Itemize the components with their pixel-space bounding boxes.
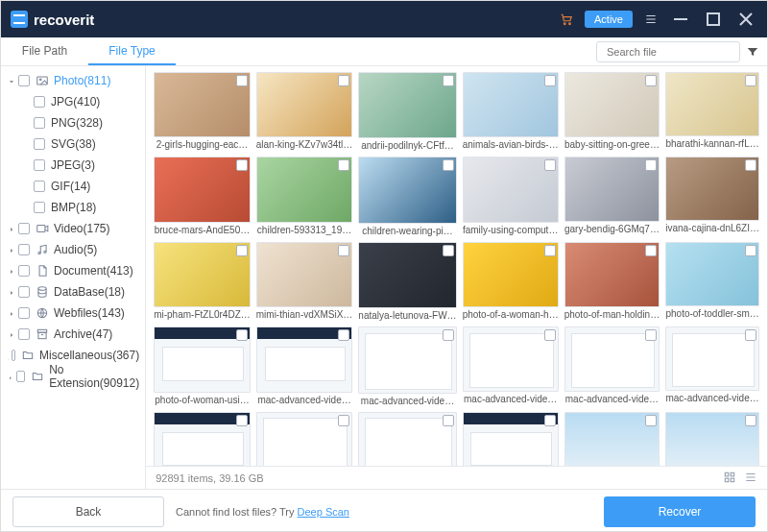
back-button[interactable]: Back — [12, 496, 164, 527]
thumbnail[interactable] — [154, 72, 251, 137]
file-tile[interactable]: alan-king-KZv7w34tl… — [256, 72, 353, 151]
tree-photo[interactable]: Photo(811) — [1, 70, 145, 91]
thumbnail[interactable] — [665, 326, 759, 391]
file-tile[interactable]: mac-advanced-vide… — [665, 326, 759, 405]
thumbnail[interactable] — [665, 72, 759, 136]
thumbnail[interactable] — [154, 157, 251, 222]
checkbox[interactable] — [18, 328, 30, 340]
checkbox[interactable] — [34, 159, 45, 171]
file-tile[interactable] — [665, 412, 759, 466]
file-tile[interactable]: natalya-letunova-FW… — [358, 242, 456, 321]
checkbox[interactable] — [443, 329, 454, 341]
thumbnail[interactable] — [665, 157, 759, 221]
tree-bmp[interactable]: BMP(18) — [1, 197, 145, 218]
thumbnail[interactable] — [358, 326, 456, 393]
file-tile[interactable]: mi-pham-FtZL0r4DZ… — [154, 242, 251, 321]
file-tile[interactable] — [358, 412, 456, 466]
deep-scan-link[interactable]: Deep Scan — [298, 506, 349, 518]
file-tile[interactable]: photo-of-man-holdin… — [564, 242, 660, 321]
close-button[interactable] — [734, 8, 757, 31]
checkbox[interactable] — [236, 245, 248, 256]
checkbox[interactable] — [745, 75, 756, 86]
file-tile[interactable]: animals-avian-birds-… — [463, 72, 559, 151]
thumbnail[interactable] — [358, 72, 456, 138]
checkbox[interactable] — [338, 245, 349, 256]
thumbnail[interactable] — [154, 326, 251, 392]
thumbnail[interactable] — [463, 326, 559, 392]
thumbnail[interactable] — [256, 326, 353, 392]
thumbnail[interactable] — [256, 412, 353, 466]
list-view-icon[interactable] — [744, 471, 757, 486]
thumbnail[interactable] — [665, 242, 759, 306]
file-tile[interactable] — [154, 412, 251, 466]
checkbox[interactable] — [645, 415, 657, 426]
file-tile[interactable]: photo-of-woman-usi… — [154, 326, 251, 405]
thumbnail[interactable] — [256, 242, 353, 307]
checkbox[interactable] — [645, 159, 657, 171]
checkbox[interactable] — [16, 371, 26, 382]
tree-webfiles[interactable]: Webfiles(143) — [1, 302, 145, 324]
thumbnail[interactable] — [463, 412, 559, 466]
tree-png[interactable]: PNG(328) — [1, 112, 145, 133]
checkbox[interactable] — [544, 159, 556, 171]
thumbnail[interactable] — [463, 242, 559, 307]
checkbox[interactable] — [645, 75, 657, 86]
tree-database[interactable]: DataBase(18) — [1, 281, 145, 302]
thumbnail[interactable] — [256, 72, 353, 137]
checkbox[interactable] — [12, 350, 16, 361]
checkbox[interactable] — [338, 329, 349, 341]
file-tile[interactable]: photo-of-toddler-sm… — [665, 242, 759, 321]
checkbox[interactable] — [645, 329, 657, 341]
checkbox[interactable] — [544, 329, 556, 341]
thumbnail[interactable] — [358, 412, 456, 466]
checkbox[interactable] — [745, 415, 756, 426]
checkbox[interactable] — [443, 75, 454, 86]
search-input[interactable] — [607, 46, 739, 58]
file-tile[interactable]: children-593313_19… — [256, 157, 353, 235]
thumbnail[interactable] — [358, 157, 456, 223]
thumbnail[interactable] — [564, 157, 660, 222]
thumbnail[interactable] — [256, 157, 353, 222]
checkbox[interactable] — [18, 223, 30, 234]
tab-file-path[interactable]: File Path — [1, 37, 88, 65]
tree-no-extension[interactable]: No Extension(90912) — [1, 366, 145, 387]
file-tile[interactable]: andrii-podilnyk-CFtf… — [358, 72, 456, 151]
checkbox[interactable] — [443, 415, 454, 426]
checkbox[interactable] — [645, 245, 657, 256]
tree-document[interactable]: Document(413) — [1, 260, 145, 281]
file-tile[interactable]: mac-advanced-vide… — [463, 326, 559, 405]
search-box[interactable] — [596, 41, 740, 62]
file-tile[interactable]: mac-advanced-vide… — [256, 326, 353, 405]
file-tile[interactable]: gary-bendig-6GMq7… — [564, 157, 660, 235]
checkbox[interactable] — [338, 415, 349, 426]
thumbnail[interactable] — [154, 412, 251, 466]
checkbox[interactable] — [34, 181, 45, 192]
thumbnail[interactable] — [358, 242, 456, 308]
checkbox[interactable] — [236, 415, 248, 426]
checkbox[interactable] — [18, 265, 30, 277]
checkbox[interactable] — [34, 202, 45, 213]
checkbox[interactable] — [443, 159, 454, 171]
checkbox[interactable] — [18, 75, 30, 86]
thumbnail[interactable] — [665, 412, 759, 466]
file-tile[interactable]: family-using-comput… — [463, 157, 559, 235]
tab-file-type[interactable]: File Type — [88, 37, 176, 65]
tree-svg[interactable]: SVG(38) — [1, 133, 145, 155]
checkbox[interactable] — [338, 159, 349, 171]
tree-video[interactable]: Video(175) — [1, 218, 145, 239]
tree-jpeg[interactable]: JPEG(3) — [1, 155, 145, 176]
thumbnail[interactable] — [564, 242, 660, 307]
minimize-button[interactable] — [669, 8, 692, 31]
checkbox[interactable] — [236, 159, 248, 171]
file-tile[interactable]: bharathi-kannan-rfL… — [665, 72, 759, 151]
file-tile[interactable]: photo-of-a-woman-h… — [463, 242, 559, 321]
checkbox[interactable] — [745, 329, 756, 341]
checkbox[interactable] — [544, 245, 556, 256]
thumbnail[interactable] — [564, 72, 660, 137]
tree-gif[interactable]: GIF(14) — [1, 176, 145, 197]
thumbnail[interactable] — [463, 157, 559, 222]
menu-icon[interactable] — [642, 11, 660, 28]
checkbox[interactable] — [544, 415, 556, 426]
checkbox[interactable] — [236, 75, 248, 86]
file-tile[interactable] — [564, 412, 660, 466]
